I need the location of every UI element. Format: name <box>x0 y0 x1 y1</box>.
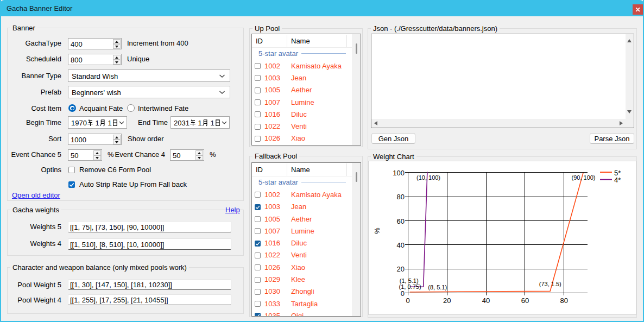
svg-text:(1, 5.1): (1, 5.1) <box>400 277 419 284</box>
svg-text:(90, 100): (90, 100) <box>572 174 596 181</box>
svg-text:40: 40 <box>397 241 405 249</box>
svg-text:(8, 5.1): (8, 5.1) <box>428 284 447 291</box>
svg-text:(10, 100): (10, 100) <box>416 174 440 181</box>
svg-text:60: 60 <box>397 217 405 225</box>
svg-text:80: 80 <box>397 193 405 201</box>
svg-text:20: 20 <box>397 265 405 273</box>
svg-text:0: 0 <box>406 296 409 305</box>
svg-text:(1, 0.75): (1, 0.75) <box>399 283 421 290</box>
svg-text:20: 20 <box>443 296 451 305</box>
svg-text:60: 60 <box>521 296 529 305</box>
svg-text:80: 80 <box>560 296 567 305</box>
svg-text:(73, 1.5): (73, 1.5) <box>539 281 561 287</box>
svg-text:4*: 4* <box>614 176 621 184</box>
svg-text:40: 40 <box>482 296 490 305</box>
svg-text:%: % <box>373 228 381 234</box>
svg-text:0: 0 <box>401 289 405 298</box>
svg-text:100: 100 <box>393 169 405 177</box>
